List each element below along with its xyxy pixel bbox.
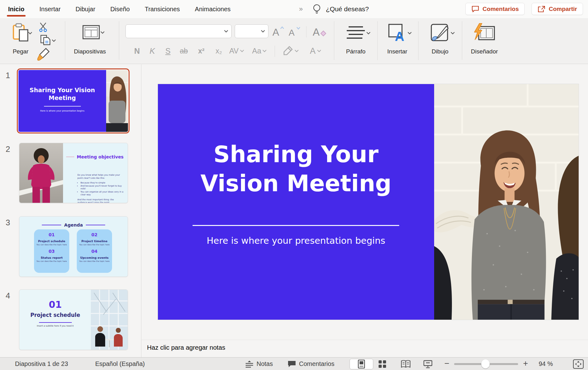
slide-title-panel[interactable]: Sharing Your Vision Meeting Here is wher… — [158, 84, 434, 320]
subscript-button[interactable]: x₂ — [212, 44, 226, 58]
designer-button[interactable] — [471, 22, 497, 42]
normal-view-icon — [358, 360, 365, 368]
agenda-item-title: Project timeline — [77, 239, 112, 243]
agenda-item-number: 01 — [34, 232, 69, 237]
tab-diseno[interactable]: Diseño — [110, 1, 130, 17]
tab-dibujar[interactable]: Dibujar — [75, 1, 96, 17]
slide-thumbnail-4[interactable]: 01 Project schedule Insert a subtitle he… — [19, 289, 128, 350]
fit-slide-button[interactable] — [573, 359, 584, 369]
slide-thumbnail-2[interactable]: Meeting objectives Do you know what help… — [19, 143, 128, 203]
thumb-number: 3 — [6, 218, 10, 228]
thumb4-text: 01 Project schedule Insert a subtitle he… — [22, 290, 88, 350]
paste-button[interactable] — [9, 21, 32, 44]
strikethrough-button[interactable]: ab — [177, 44, 191, 58]
font-name-combobox[interactable] — [125, 24, 232, 38]
thumb-number: 4 — [6, 291, 10, 301]
agenda-card-left: 01 Project schedule You can describe the… — [34, 229, 69, 273]
tab-transiciones[interactable]: Transiciones — [144, 1, 181, 17]
slides-group-label: Diapositivas — [69, 48, 110, 55]
insert-button[interactable]: A — [383, 23, 412, 42]
bold-button[interactable]: N — [131, 44, 143, 58]
grid-view-icon — [378, 360, 386, 368]
character-spacing-label: AV — [229, 47, 238, 55]
notes-toggle[interactable] — [245, 360, 253, 368]
thumb1-subtitle: Here is where your presentation begins — [18, 109, 106, 112]
shrink-font-button[interactable]: A — [287, 25, 301, 38]
designer-group-label: Diseñador — [466, 48, 503, 55]
tab-animaciones[interactable]: Animaciones — [194, 1, 231, 17]
agenda-card-right: 02 Project timeline You can describe the… — [77, 229, 112, 273]
notes-toggle-label[interactable]: Notas — [257, 358, 273, 370]
agenda-item-title: Upcoming events — [77, 256, 112, 259]
share-button[interactable]: Compartir — [532, 3, 583, 15]
zoom-out-button[interactable]: − — [444, 358, 449, 369]
comment-icon — [288, 361, 296, 368]
thumb4-photo — [91, 290, 128, 350]
superscript-button[interactable]: x² — [194, 44, 208, 58]
font-color-label: A — [310, 46, 316, 56]
thumb2-bullets: Because they're simple And because you'l… — [81, 182, 124, 197]
copy-button[interactable] — [36, 34, 55, 46]
slide-sorter-view-button[interactable] — [378, 360, 386, 368]
tab-inicio[interactable]: Inicio — [7, 1, 25, 17]
slide-editor: Sharing Your Vision Meeting Here is wher… — [141, 64, 588, 357]
lightbulb-icon — [312, 4, 321, 14]
comments-toggle-label[interactable]: Comentarios — [299, 358, 334, 370]
font-color-button[interactable]: A — [305, 44, 326, 58]
language-indicator[interactable]: Español (España) — [95, 358, 145, 370]
highlight-color-button[interactable] — [280, 44, 301, 58]
fit-to-window-icon — [573, 359, 584, 369]
tabs-overflow-chevron[interactable]: » — [299, 5, 302, 13]
thumb-number: 1 — [6, 71, 10, 80]
highlighter-pen-icon — [282, 46, 293, 56]
underline-label: S — [165, 47, 171, 56]
paragraph-align-icon — [346, 25, 365, 41]
slide-subtitle[interactable]: Here is where your presentation begins — [177, 235, 414, 246]
ribbon-tabs: Inicio Insertar Dibujar Diseño Transicio… — [7, 0, 231, 18]
grow-font-button[interactable]: A — [271, 25, 285, 38]
zoom-percentage[interactable]: 94 % — [539, 358, 553, 370]
zoom-slider-thumb[interactable] — [481, 359, 490, 368]
comments-toggle[interactable] — [288, 361, 296, 368]
thumb2-intro: Do you know what helps you make your poi… — [77, 174, 124, 180]
clear-formatting-button[interactable]: A — [311, 25, 327, 38]
thumb4-number: 01 — [22, 299, 88, 310]
insert-textbox-icon: A — [388, 23, 407, 42]
paragraph-group-label: Párrafo — [341, 48, 371, 55]
italic-button[interactable]: K — [146, 44, 159, 58]
change-case-button[interactable]: Aa — [249, 44, 270, 58]
notes-pane-divider[interactable] — [141, 340, 588, 340]
agenda-item-desc: You can describe the topic here — [77, 260, 112, 262]
slide-thumbnail-1-selected[interactable]: Sharing Your Vision Meeting Here is wher… — [17, 68, 130, 133]
agenda-item-title: Project schedule — [34, 239, 69, 243]
slide-thumbnail-3[interactable]: Agenda 01 Project schedule You can descr… — [19, 216, 128, 277]
notes-icon — [245, 360, 253, 368]
scissors-icon — [38, 22, 48, 32]
ribbon: Pegar Diapositivas A A — [0, 18, 588, 64]
draw-button[interactable] — [425, 23, 455, 42]
reading-view-button[interactable] — [401, 360, 410, 368]
cut-button[interactable] — [37, 22, 49, 32]
zoom-in-button[interactable]: + — [523, 358, 528, 369]
slide-canvas[interactable]: Sharing Your Vision Meeting Here is wher… — [158, 84, 579, 320]
thumb4-subtitle: Insert a subtitle here if you need it — [22, 325, 88, 327]
notes-placeholder[interactable]: Haz clic para agregar notas — [147, 344, 225, 351]
paragraph-button[interactable] — [341, 24, 371, 42]
format-painter-button[interactable] — [36, 47, 51, 62]
thumb1-title: Sharing Your Vision Meeting — [30, 86, 95, 102]
underline-button[interactable]: S — [162, 44, 174, 58]
tab-insertar[interactable]: Insertar — [39, 1, 61, 17]
character-spacing-button[interactable]: AV — [227, 44, 247, 58]
new-slide-button[interactable] — [77, 24, 105, 41]
font-size-combobox[interactable] — [235, 24, 268, 38]
slide-photo — [434, 84, 579, 320]
tell-me-search[interactable]: ¿Qué deseas? — [326, 5, 369, 13]
slideshow-view-button[interactable] — [424, 360, 432, 368]
comments-button[interactable]: Comentarios — [465, 3, 525, 15]
normal-view-button[interactable] — [350, 359, 373, 369]
share-icon — [537, 5, 546, 13]
thumb-number: 2 — [6, 144, 10, 154]
strikethrough-label: ab — [180, 47, 188, 55]
slide-counter: Diapositiva 1 de 23 — [15, 358, 68, 370]
slide-title[interactable]: Sharing Your Vision Meeting — [180, 140, 411, 198]
